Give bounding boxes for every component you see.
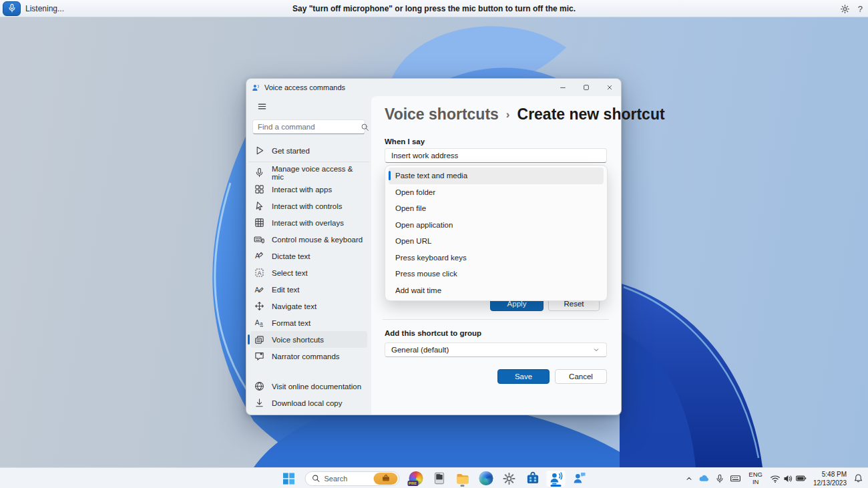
taskbar-app-file-explorer[interactable] — [453, 470, 473, 487]
voice-access-mic-button[interactable] — [3, 1, 21, 16]
menu-item-label: Press keyboard keys — [395, 254, 467, 262]
voice-settings-gear-icon[interactable] — [840, 4, 850, 14]
taskbar-search-box[interactable]: Search — [305, 471, 400, 486]
sidebar-item-interact-with-apps[interactable]: Interact with apps — [250, 181, 367, 198]
start-button[interactable] — [279, 470, 299, 487]
wifi-icon — [770, 473, 781, 484]
sidebar-item-label: Interact with apps — [272, 186, 332, 194]
sidebar-item-interact-with-controls[interactable]: Interact with controls — [250, 198, 367, 214]
sidebar-item-format-text[interactable]: AaFormat text — [250, 314, 367, 331]
clock-time: 5:48 PM — [813, 470, 847, 479]
device-app-icon — [432, 471, 446, 485]
taskbar-app-get-help[interactable] — [570, 470, 590, 487]
menu-item-label: Press mouse click — [395, 270, 457, 278]
command-search-box[interactable] — [252, 119, 365, 134]
group-select-value: General (default) — [391, 346, 449, 354]
sidebar-item-navigate-text[interactable]: Navigate text — [250, 298, 367, 314]
system-tray: ENG IN 5:48 PM 12/13/2023 — [682, 468, 866, 488]
tray-show-hidden-icons[interactable] — [682, 470, 696, 487]
taskbar-app-insider-preview[interactable]: PRE — [406, 470, 426, 487]
minimize-button[interactable] — [551, 79, 574, 96]
tray-clock[interactable]: 5:48 PM 12/13/2023 — [809, 470, 851, 487]
microphone-icon — [7, 3, 17, 15]
sidebar-item-interact-with-overlays[interactable]: Interact with overlays — [250, 214, 367, 231]
when-i-say-input[interactable] — [385, 148, 607, 163]
windows-logo-icon — [282, 472, 296, 485]
sidebar-item-label: Narrator commands — [272, 352, 340, 360]
sidebar-item-download-local-copy[interactable]: Download local copy — [250, 395, 367, 411]
command-search-input[interactable] — [258, 123, 361, 131]
breadcrumb: Voice shortcuts›Create new shortcut — [385, 105, 665, 124]
menu-item-open-application[interactable]: Open application — [389, 217, 604, 234]
shortcut-editor-pane: Voice shortcuts›Create new shortcut When… — [371, 96, 621, 415]
tray-touch-keyboard[interactable] — [727, 470, 744, 487]
taskbar-app-edge[interactable] — [476, 470, 496, 487]
save-button[interactable]: Save — [497, 369, 550, 384]
menu-item-label: Add wait time — [395, 286, 441, 294]
sidebar-item-control-mouse-keyboard[interactable]: Control mouse & keyboard — [250, 231, 367, 248]
cursor-icon — [254, 201, 264, 212]
microphone-icon — [715, 474, 724, 483]
sidebar-item-dictate-text[interactable]: ADictate text — [250, 248, 367, 264]
apps-grid-icon — [254, 184, 264, 195]
taskbar-app-toolbox[interactable] — [523, 470, 543, 487]
sidebar-item-label: Get started — [272, 147, 310, 155]
menu-item-paste-text-and-media[interactable]: Paste text and media — [389, 168, 604, 184]
sidebar-item-get-started[interactable]: Get started — [250, 142, 367, 159]
search-highlight-image[interactable] — [374, 473, 398, 485]
battery-icon — [795, 473, 807, 484]
menu-item-add-wait-time[interactable]: Add wait time — [389, 282, 604, 299]
sidebar-item-label: Format text — [272, 319, 310, 327]
sidebar-item-label: Manage voice access & mic — [272, 165, 364, 181]
sidebar-item-edit-text[interactable]: AEdit text — [250, 281, 367, 298]
sidebar-item-narrator-commands[interactable]: Narrator commands — [250, 348, 367, 364]
navigation-menu-button[interactable] — [252, 99, 272, 113]
close-button[interactable] — [598, 79, 621, 96]
page-title: Create new shortcut — [517, 105, 665, 123]
menu-item-label: Open folder — [395, 188, 435, 196]
toolbox-app-icon — [525, 471, 539, 485]
svg-text:A: A — [254, 286, 259, 294]
sidebar-item-manage-voice-access-mic[interactable]: Manage voice access & mic — [250, 164, 367, 181]
menu-item-open-file[interactable]: Open file — [389, 200, 604, 217]
menu-item-press-keyboard-keys[interactable]: Press keyboard keys — [389, 250, 604, 266]
edge-browser-icon — [479, 471, 493, 485]
chevron-up-icon — [685, 475, 693, 483]
format-text-icon: Aa — [254, 318, 264, 328]
clock-date: 12/13/2023 — [813, 479, 847, 487]
touch-keyboard-icon — [730, 473, 741, 484]
voice-access-bar: Say "turn off microphone" or long press … — [0, 0, 868, 17]
sidebar-item-voice-shortcuts[interactable]: Voice shortcuts — [250, 331, 367, 348]
breadcrumb-parent[interactable]: Voice shortcuts — [385, 105, 499, 123]
tray-notifications[interactable] — [851, 470, 866, 487]
speaker-icon — [783, 473, 793, 484]
menu-item-label: Open URL — [395, 237, 431, 245]
keyboard-mouse-icon — [254, 234, 264, 245]
window-titlebar[interactable]: Voice access commands — [246, 79, 621, 96]
taskbar-search-placeholder: Search — [324, 475, 370, 483]
voice-help-icon[interactable]: ? — [858, 4, 863, 14]
app-icon — [252, 83, 260, 92]
hamburger-icon — [257, 101, 267, 111]
sidebar-item-label: Navigate text — [272, 302, 316, 310]
voice-access-app-icon — [549, 471, 563, 485]
taskbar-app-settings[interactable] — [499, 470, 519, 487]
sidebar-item-select-text[interactable]: ASelect text — [250, 264, 367, 281]
maximize-button[interactable] — [574, 79, 598, 96]
group-select[interactable]: General (default) — [385, 342, 607, 357]
menu-item-press-mouse-click[interactable]: Press mouse click — [389, 266, 604, 282]
tray-microphone[interactable] — [712, 470, 727, 487]
voice-shortcuts-icon — [254, 334, 264, 345]
tray-language-switcher[interactable]: ENG IN — [744, 470, 767, 487]
taskbar-app-voice-access[interactable] — [546, 470, 566, 487]
tray-network-volume-battery[interactable] — [767, 470, 809, 487]
sidebar-item-visit-online-documentation[interactable]: Visit online documentation — [250, 378, 367, 395]
menu-item-open-folder[interactable]: Open folder — [389, 184, 604, 201]
when-i-say-label: When I say — [385, 138, 425, 146]
sidebar-item-label: Dictate text — [272, 252, 310, 260]
sidebar-item-label: Select text — [272, 269, 308, 277]
cancel-button[interactable]: Cancel — [555, 369, 607, 384]
taskbar-app-device[interactable] — [429, 470, 449, 487]
tray-onedrive[interactable] — [696, 470, 712, 487]
menu-item-open-url[interactable]: Open URL — [389, 233, 604, 250]
